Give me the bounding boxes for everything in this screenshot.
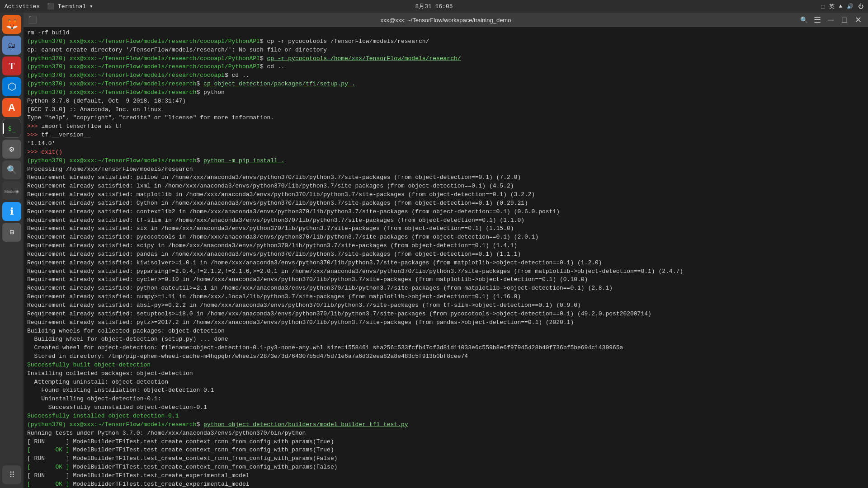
terminal-icon-small: ⬛ bbox=[47, 3, 54, 10]
system-bar-datetime: 8月31 16:05 bbox=[415, 2, 453, 10]
extensions-icon[interactable]: ⊞ bbox=[2, 223, 21, 242]
terminal-icon[interactable]: $_ bbox=[2, 119, 21, 138]
titlebar-icon: ⬛ bbox=[28, 15, 37, 24]
terminal-body[interactable]: rm -rf build (python370) xxx@xxx:~/Tenso… bbox=[24, 27, 868, 488]
system-bar-right: ⬚ 英 ▲ 🔊 ⏻ bbox=[821, 3, 863, 10]
terminal-line-success2: Successfully installed object-detection-… bbox=[27, 412, 864, 421]
system-bar-left: Activities ⬛ Terminal ▾ bbox=[5, 3, 93, 10]
terminal-line: rm -rf build bbox=[27, 29, 864, 38]
firefox-icon[interactable]: 🦊 bbox=[2, 15, 21, 34]
search-icon[interactable]: 🔍 bbox=[2, 160, 21, 179]
terminal-line-ok: [ OK ] ModelBuilderTF1Test.test_create_e… bbox=[27, 480, 864, 488]
terminal-line: Requirement already satisfied: Cython in… bbox=[27, 199, 864, 208]
screenshot-icon[interactable]: ⬚ bbox=[821, 3, 825, 10]
volume-icon[interactable]: 🔊 bbox=[847, 3, 854, 10]
terminal-line: Requirement already satisfied: cycler>=0… bbox=[27, 276, 864, 284]
terminal-line: Requirement already satisfied: absl-py>=… bbox=[27, 301, 864, 310]
terminal-line: (python370) xxx@xxx:~/TensorFlow/models/… bbox=[27, 89, 864, 97]
terminal-line-run: [ RUN ] ModelBuilderTF1Test.test_create_… bbox=[27, 455, 864, 463]
titlebar-controls: 🔍 ☰ ─ □ ✕ bbox=[798, 14, 863, 25]
terminal-line: Requirement already satisfied: python-da… bbox=[27, 284, 864, 293]
terminal-line: cp: cannot create directory '/TensorFlow… bbox=[27, 46, 864, 55]
terminal-line: (python370) xxx@xxx:~/TensorFlow/models/… bbox=[27, 71, 864, 80]
network-icon[interactable]: ▲ bbox=[839, 3, 842, 9]
terminal-line-test-cmd: (python370) xxx@xxx:~/TensorFlow/models/… bbox=[27, 421, 864, 429]
show-apps-icon[interactable]: ⠿ bbox=[2, 465, 21, 484]
terminal-line: Requirement already satisfied: pytz>=201… bbox=[27, 319, 864, 327]
terminal-line: Python 3.7.0 (default, Oct 9 2018, 10:31… bbox=[27, 97, 864, 106]
terminal-line-success: Successfully built object-detection bbox=[27, 361, 864, 370]
terminal-line: Building wheels for collected packages: … bbox=[27, 327, 864, 336]
search-button[interactable]: 🔍 bbox=[798, 14, 809, 25]
info-icon[interactable]: ℹ bbox=[2, 202, 21, 221]
terminal-line: Installing collected packages: object-de… bbox=[27, 370, 864, 378]
files-icon[interactable]: 🗂 bbox=[2, 36, 21, 55]
text-editor-icon[interactable]: T bbox=[2, 56, 21, 75]
terminal-line-pip: (python370) xxx@xxx:~/TensorFlow/models/… bbox=[27, 157, 864, 165]
terminal-line: '1.14.0' bbox=[27, 140, 864, 148]
power-icon[interactable]: ⏻ bbox=[858, 3, 863, 10]
close-button[interactable]: ✕ bbox=[853, 14, 863, 25]
app-dock: 🦊 🗂 T ⬡ A $_ ⚙ 🔍 Model◈ ℹ ⊞ ⠿ bbox=[0, 13, 24, 488]
terminal-line: Stored in directory: /tmp/pip-ephem-whee… bbox=[27, 352, 864, 361]
terminal-line: Requirement already satisfied: lxml in /… bbox=[27, 182, 864, 191]
terminal-line: Requirement already satisfied: pillow in… bbox=[27, 174, 864, 182]
terminal-line: >>> tf.__version__ bbox=[27, 131, 864, 140]
activities-label[interactable]: Activities bbox=[5, 3, 40, 10]
terminal-line: Created wheel for object-detection: file… bbox=[27, 344, 864, 352]
terminal-line-run: [ RUN ] ModelBuilderTF1Test.test_create_… bbox=[27, 472, 864, 480]
terminal-line: Requirement already satisfied: setuptool… bbox=[27, 310, 864, 319]
terminal-titlebar: ⬛ xxx@xxx: ~/TensorFlow/workspace/traini… bbox=[24, 13, 868, 27]
terminal-line: Requirement already satisfied: contextli… bbox=[27, 208, 864, 216]
ubuntu-software-icon[interactable]: A bbox=[2, 98, 21, 117]
menu-button[interactable]: ☰ bbox=[812, 14, 823, 25]
terminal-line: (python370) xxx@xxx:~/TensorFlow/models/… bbox=[27, 63, 864, 71]
minimize-button[interactable]: ─ bbox=[826, 14, 836, 25]
lang-indicator[interactable]: 英 bbox=[829, 3, 835, 10]
terminal-line: Requirement already satisfied: numpy>=1.… bbox=[27, 293, 864, 301]
terminal-line: Processing /home/xxx/TensorFlow/models/r… bbox=[27, 165, 864, 174]
terminal-line: Uninstalling object-detection-0.1: bbox=[27, 395, 864, 404]
terminal-line: Attempting uninstall: object-detection bbox=[27, 378, 864, 387]
terminal-line: Type "help", "copyright", "credits" or "… bbox=[27, 114, 864, 122]
window-title: xxx@xxx: ~/TensorFlow/workspace/training… bbox=[381, 17, 511, 23]
terminal-line-run: [ RUN ] ModelBuilderTF1Test.test_create_… bbox=[27, 438, 864, 446]
terminal-line: Requirement already satisfied: scipy in … bbox=[27, 242, 864, 250]
terminal-line: Requirement already satisfied: pycocotoo… bbox=[27, 233, 864, 242]
terminal-line: >>> exit() bbox=[27, 148, 864, 157]
terminal-line: Successfully uninstalled object-detectio… bbox=[27, 404, 864, 412]
terminal-menu-label[interactable]: ⬛ Terminal ▾ bbox=[47, 3, 93, 10]
system-bar: Activities ⬛ Terminal ▾ 8月31 16:05 ⬚ 英 ▲… bbox=[0, 0, 868, 13]
terminal-line-ok: [ OK ] ModelBuilderTF1Test.test_create_c… bbox=[27, 446, 864, 455]
terminal-line: Requirement already satisfied: matplotli… bbox=[27, 191, 864, 199]
terminal-line: [GCC 7.3.0] :: Anaconda, Inc. on linux bbox=[27, 106, 864, 114]
terminal-line: Requirement already satisfied: pandas in… bbox=[27, 250, 864, 259]
terminal-line: (python370) xxx@xxx:~/TensorFlow/models/… bbox=[27, 38, 864, 46]
terminal-line: >>> import tensorflow as tf bbox=[27, 122, 864, 131]
terminal-line: Requirement already satisfied: pyparsing… bbox=[27, 267, 864, 276]
vscode-icon[interactable]: ⬡ bbox=[2, 77, 21, 96]
terminal-line: Requirement already satisfied: kiwisolve… bbox=[27, 259, 864, 267]
dropdown-arrow-icon: ▾ bbox=[90, 3, 93, 10]
titlebar-left: ⬛ bbox=[28, 15, 37, 24]
settings-icon[interactable]: ⚙ bbox=[2, 140, 21, 159]
terminal-line: (python370) xxx@xxx:~/TensorFlow/models/… bbox=[27, 55, 864, 63]
terminal-line: Requirement already satisfied: tf-slim i… bbox=[27, 216, 864, 225]
terminal-window: ⬛ xxx@xxx: ~/TensorFlow/workspace/traini… bbox=[24, 13, 868, 488]
maximize-button[interactable]: □ bbox=[839, 14, 850, 25]
terminal-line: Found existing installation: object-dete… bbox=[27, 386, 864, 395]
terminal-line: (python370) xxx@xxx:~/TensorFlow/models/… bbox=[27, 80, 864, 89]
terminal-line: Requirement already satisfied: six in /h… bbox=[27, 225, 864, 233]
terminal-line: Running tests under Python 3.7.0: /home/… bbox=[27, 429, 864, 438]
model-icon[interactable]: Model◈ bbox=[2, 181, 21, 200]
terminal-line: Building wheel for object-detection (set… bbox=[27, 335, 864, 344]
terminal-line-ok: [ OK ] ModelBuilderTF1Test.test_create_c… bbox=[27, 463, 864, 472]
